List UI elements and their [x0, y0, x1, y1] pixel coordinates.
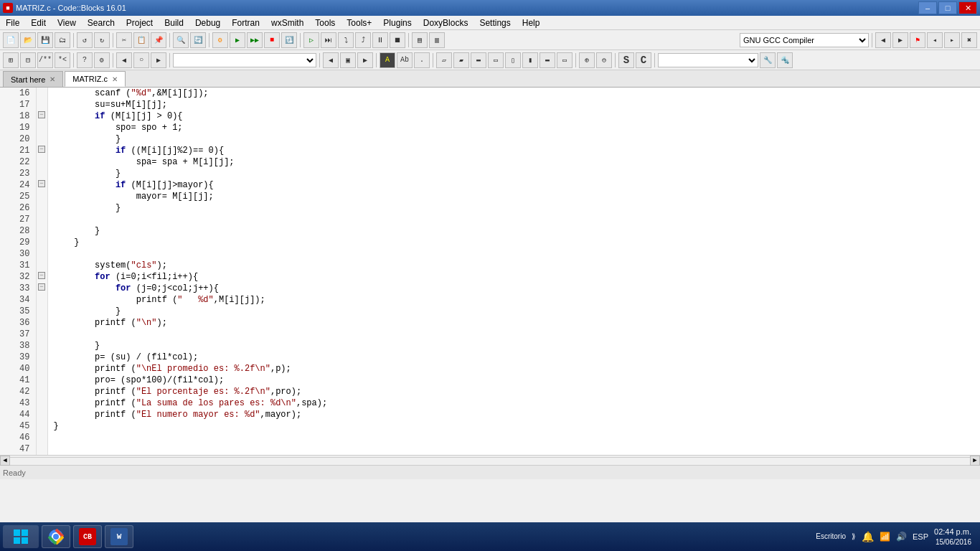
view-btn2[interactable]: ▥ — [429, 32, 445, 48]
undo-button[interactable]: ↺ — [77, 32, 93, 48]
tb2-S-btn[interactable]: S — [618, 52, 634, 68]
code-line[interactable]: } — [47, 237, 980, 248]
tab-matriz[interactable]: MATRIZ.c ✕ — [65, 71, 126, 87]
fold-indicator[interactable]: − — [36, 283, 47, 294]
zoom-out-btn[interactable]: ⊖ — [596, 52, 612, 68]
code-line[interactable]: } — [47, 202, 980, 214]
tb2-sel5[interactable]: ▯ — [505, 52, 521, 68]
tb2-btn5[interactable]: ? — [77, 52, 93, 68]
code-line[interactable] — [47, 214, 980, 225]
code-line[interactable]: printf (" %d",M[i][j]); — [47, 294, 980, 306]
tb2-next-btn[interactable]: ▶ — [357, 52, 373, 68]
compiler-selector[interactable]: GNU GCC Compiler — [740, 33, 869, 47]
code-line[interactable]: } — [47, 306, 980, 317]
view-btn1[interactable]: ▤ — [412, 32, 428, 48]
tb2-sel3[interactable]: ▬ — [471, 52, 486, 68]
tb2-wrench1[interactable]: 🔧 — [760, 52, 776, 68]
step-out-button[interactable]: ⤴ — [355, 32, 371, 48]
hscroll-left[interactable]: ◀ — [0, 456, 10, 466]
code-line[interactable]: if ((M[i][j]%2)== 0){ — [47, 145, 980, 156]
fold-indicator[interactable]: − — [36, 110, 47, 122]
menu-file[interactable]: File — [0, 16, 25, 29]
fold-indicator[interactable]: − — [36, 271, 47, 283]
menu-fortran[interactable]: Fortran — [226, 16, 265, 29]
next-bookmark-button[interactable]: ▸ — [944, 32, 960, 48]
code-line[interactable]: p= (su) / (fil*col); — [47, 352, 980, 363]
save-all-button[interactable]: 🗂 — [55, 32, 70, 48]
taskbar-chrome[interactable] — [42, 525, 70, 548]
nav-back-button[interactable]: ◀ — [875, 32, 891, 48]
cut-button[interactable]: ✂ — [116, 32, 132, 48]
hscroll[interactable]: ◀ ▶ — [0, 455, 980, 465]
tb2-btn9[interactable]: ▶ — [151, 52, 166, 68]
build-run-button[interactable]: ▶▶ — [247, 32, 263, 48]
replace-button[interactable]: 🔄 — [190, 32, 206, 48]
code-line[interactable] — [47, 443, 980, 455]
step-over-button[interactable]: ⤵ — [338, 32, 354, 48]
menu-help[interactable]: Help — [517, 16, 546, 29]
code-line[interactable]: pro= (spo*100)/(fil*col); — [47, 375, 980, 386]
bookmark-button[interactable]: ⚑ — [910, 32, 925, 48]
code-line[interactable]: printf ("El porcentaje es: %.2f\n",pro); — [47, 386, 980, 397]
new-button[interactable]: 📄 — [3, 32, 19, 48]
nav-fwd-button[interactable]: ▶ — [892, 32, 908, 48]
start-button[interactable] — [3, 525, 39, 548]
save-button[interactable]: 💾 — [37, 32, 53, 48]
tb2-btn7[interactable]: ◀ — [116, 52, 132, 68]
code-line[interactable]: printf ("El numero mayor es: %d",mayor); — [47, 409, 980, 420]
tb2-sel6[interactable]: ▮ — [522, 52, 538, 68]
step-button[interactable]: ⏭ — [321, 32, 336, 48]
menu-settings[interactable]: Settings — [473, 16, 516, 29]
hscroll-right[interactable]: ▶ — [970, 456, 980, 466]
menu-tools-plus[interactable]: Tools+ — [341, 16, 377, 29]
rebuild-button[interactable]: 🔃 — [281, 32, 297, 48]
zoom-in-btn[interactable]: ⊕ — [579, 52, 595, 68]
menu-view[interactable]: View — [52, 16, 82, 29]
code-line[interactable]: for (i=0;i<fil;i++){ — [47, 271, 980, 283]
menu-plugins[interactable]: Plugins — [377, 16, 417, 29]
tb2-sel2[interactable]: ▰ — [453, 52, 469, 68]
fold-indicator[interactable]: − — [36, 145, 47, 156]
highlight-btn[interactable]: A — [380, 52, 395, 68]
tb2-sel7[interactable]: ▬ — [540, 52, 555, 68]
code-line[interactable] — [47, 329, 980, 340]
debug-button[interactable]: ▷ — [303, 32, 319, 48]
code-line[interactable]: } — [47, 340, 980, 352]
menu-tools[interactable]: Tools — [309, 16, 341, 29]
open-button[interactable]: 📂 — [20, 32, 36, 48]
code-line[interactable]: } — [47, 133, 980, 145]
tb2-wrench2[interactable]: 🔩 — [777, 52, 793, 68]
close-button[interactable]: ✕ — [958, 1, 977, 14]
pause-button[interactable]: ⏸ — [372, 32, 388, 48]
tb2-btn2[interactable]: ⊟ — [20, 52, 36, 68]
build-button[interactable]: ⚙ — [212, 32, 228, 48]
tab-matriz-close[interactable]: ✕ — [112, 75, 118, 83]
code-line[interactable]: } — [47, 225, 980, 237]
taskbar-word[interactable]: W — [105, 525, 133, 548]
tb2-btn1[interactable]: ⊞ — [3, 52, 19, 68]
stop-button[interactable]: ■ — [264, 32, 280, 48]
code-scroll[interactable]: 16 scanf ("%d",&M[i][j]);17 su=su+M[i][j… — [0, 88, 980, 455]
menu-project[interactable]: Project — [121, 16, 159, 29]
maximize-button[interactable]: □ — [938, 1, 957, 14]
fold-indicator[interactable]: − — [36, 179, 47, 191]
stop-debug-button[interactable]: ⏹ — [390, 32, 405, 48]
code-line[interactable]: scanf ("%d",&M[i][j]); — [47, 88, 980, 99]
clear-bookmark-button[interactable]: ✖ — [961, 32, 977, 48]
tab-start-here[interactable]: Start here ✕ — [3, 71, 63, 87]
tb2-btn8[interactable]: ○ — [133, 52, 149, 68]
tb2-sel4[interactable]: ▭ — [488, 52, 504, 68]
scope-selector[interactable] — [173, 53, 316, 67]
tb2-btn6[interactable]: ⚙ — [94, 52, 110, 68]
copy-button[interactable]: 📋 — [133, 32, 149, 48]
menu-build[interactable]: Build — [159, 16, 189, 29]
code-line[interactable]: for (j=0;j<col;j++){ — [47, 283, 980, 294]
taskbar-codeblocks[interactable]: CB — [73, 525, 102, 548]
tb2-btn4[interactable]: *< — [55, 52, 70, 68]
tb2-sel8[interactable]: ▭ — [557, 52, 573, 68]
tb2-prev-btn[interactable]: ◀ — [323, 52, 339, 68]
tb2-nav-btn[interactable]: ▣ — [340, 52, 356, 68]
code-line[interactable] — [47, 432, 980, 443]
code-line[interactable]: printf ("\nEl promedio es: %.2f\n",p); — [47, 363, 980, 375]
tab-start-here-close[interactable]: ✕ — [50, 75, 55, 83]
